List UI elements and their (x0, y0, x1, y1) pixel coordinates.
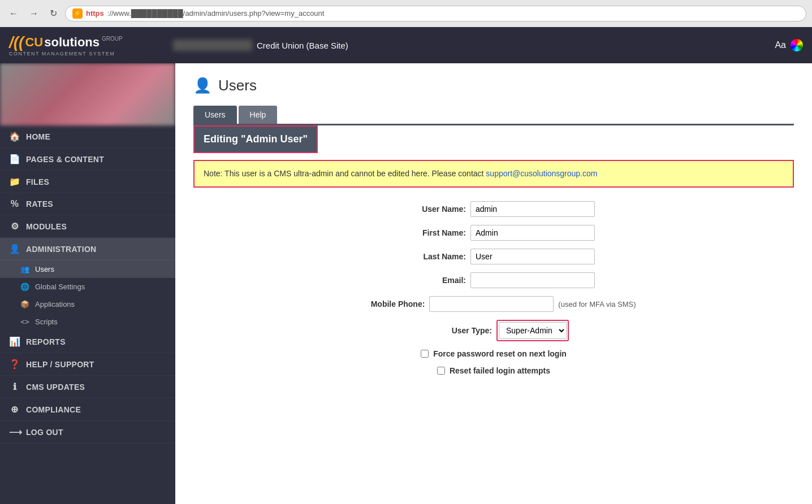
users-title-icon: 👤 (193, 77, 211, 94)
tabs-row: Users Help (193, 106, 794, 124)
sidebar-users-label: Users (35, 265, 54, 273)
mobile-hint: (used for MFA via SMS) (558, 300, 636, 309)
applications-icon: 📦 (20, 300, 29, 309)
logo-group: GROUP (102, 36, 123, 42)
form-row-usertype: User Type: Super-Admin (193, 320, 794, 341)
sidebar-rates-label: RATES (26, 199, 53, 208)
pages-icon: 📄 (9, 154, 20, 164)
logout-icon: ⟶ (9, 427, 20, 437)
sidebar-help-label: HELP / SUPPORT (26, 360, 94, 369)
tab-help[interactable]: Help (239, 106, 278, 124)
main-content: 👤 Users Users Help Editing "Admin User" … (175, 63, 812, 504)
sidebar-admin-label: ADMINISTRATION (26, 245, 97, 254)
form-row-username: User Name: (193, 201, 794, 217)
logo-main: /(( CU solutions GROUP (9, 34, 173, 50)
usertype-select-wrapper: Super-Admin (496, 320, 569, 341)
help-icon: ❓ (9, 359, 20, 370)
logo-solutions: solutions (44, 35, 100, 50)
sidebar-sub-item-scripts[interactable]: <> Scripts (0, 313, 175, 331)
sidebar-global-label: Global Settings (35, 283, 85, 291)
sidebar-files-label: FILES (26, 177, 49, 186)
lastname-input[interactable] (470, 249, 595, 264)
form-row-email: Email: (193, 272, 794, 288)
header-site-name: Credit Union (Base Site) (257, 41, 348, 50)
scripts-icon: <> (20, 318, 29, 326)
browser-chrome: ← → ↻ ⚡ https ://www.██████████/admin/ad… (0, 0, 812, 27)
sidebar-sub-item-applications[interactable]: 📦 Applications (0, 296, 175, 313)
notice-text: Note: This user is a CMS ultra-admin and… (204, 169, 486, 178)
sidebar-item-rates[interactable]: % RATES (0, 193, 175, 215)
email-input[interactable] (470, 272, 595, 288)
sidebar-item-pages[interactable]: 📄 PAGES & CONTENT (0, 148, 175, 171)
modules-icon: ⚙ (9, 221, 20, 232)
home-icon: 🏠 (9, 131, 20, 142)
tab-users[interactable]: Users (193, 106, 237, 124)
cms-updates-icon: ℹ (9, 381, 20, 392)
header-right: Aa (775, 39, 803, 51)
notice-bar: Note: This user is a CMS ultra-admin and… (193, 160, 794, 188)
sidebar-home-label: HOME (26, 132, 50, 141)
username-label: User Name: (392, 205, 466, 214)
form-row-lastname: Last Name: (193, 249, 794, 264)
form-row-force-password: Force password reset on next login (193, 349, 794, 358)
notice-email-link[interactable]: support@cusolutionsgroup.com (486, 169, 597, 178)
globe-icon: 🌐 (20, 283, 29, 291)
mobile-input[interactable] (429, 296, 554, 312)
force-password-label: Force password reset on next login (433, 349, 567, 358)
sidebar-sub-item-global[interactable]: 🌐 Global Settings (0, 278, 175, 296)
reset-failed-label: Reset failed login attempts (450, 366, 550, 375)
sidebar-item-files[interactable]: 📁 FILES (0, 171, 175, 193)
mobile-label: Mobile Phone: (351, 299, 425, 309)
top-header: /(( CU solutions GROUP CONTENT MANAGEMEN… (0, 27, 812, 63)
page-title: Users (218, 77, 257, 94)
usertype-label: User Type: (418, 326, 492, 335)
sidebar-item-help[interactable]: ❓ HELP / SUPPORT (0, 353, 175, 376)
sidebar: 🏠 HOME 📄 PAGES & CONTENT 📁 FILES % RATES… (0, 63, 175, 504)
username-input[interactable] (470, 201, 595, 217)
main-inner: 👤 Users Users Help Editing "Admin User" … (175, 63, 812, 504)
user-form: User Name: First Name: Last Name: (193, 201, 794, 375)
header-site-blur (173, 40, 252, 51)
app-wrapper: /(( CU solutions GROUP CONTENT MANAGEMEN… (0, 27, 812, 504)
sidebar-pages-label: PAGES & CONTENT (26, 155, 104, 164)
users-sub-icon: 👥 (20, 265, 29, 273)
sidebar-sub-item-users[interactable]: 👥 Users (0, 260, 175, 278)
sidebar-item-home[interactable]: 🏠 HOME (0, 125, 175, 148)
sidebar-item-administration[interactable]: 👤 ADMINISTRATION (0, 238, 175, 260)
form-row-reset-failed: Reset failed login attempts (193, 366, 794, 375)
reload-button[interactable]: ↻ (46, 7, 61, 20)
url-secure: https (86, 9, 104, 18)
sidebar-reports-label: REPORTS (26, 337, 66, 346)
color-wheel-icon[interactable] (791, 39, 803, 51)
logo-area: /(( CU solutions GROUP CONTENT MANAGEMEN… (9, 34, 173, 57)
sidebar-item-cms-updates[interactable]: ℹ CMS UPDATES (0, 376, 175, 398)
logo-slash: /(( (9, 34, 24, 50)
logo-subtitle: CONTENT MANAGEMENT SYSTEM (9, 51, 173, 57)
sidebar-modules-label: MODULES (26, 222, 67, 231)
back-button[interactable]: ← (6, 7, 21, 20)
admin-icon: 👤 (9, 244, 20, 254)
firstname-input[interactable] (470, 225, 595, 241)
force-password-checkbox[interactable] (421, 350, 429, 358)
url-bar[interactable]: ⚡ https ://www.██████████/admin/admin/us… (65, 6, 806, 21)
sidebar-cms-label: CMS UPDATES (26, 383, 85, 392)
forward-button[interactable]: → (26, 7, 42, 20)
form-row-mobile: Mobile Phone: (used for MFA via SMS) (193, 296, 794, 312)
sidebar-compliance-label: COMPLIANCE (26, 405, 81, 414)
sidebar-item-logout[interactable]: ⟶ LOG OUT (0, 421, 175, 444)
lastname-label: Last Name: (392, 252, 466, 261)
url-icon: ⚡ (72, 8, 83, 19)
header-site-info: Credit Union (Base Site) (173, 40, 775, 51)
sidebar-item-compliance[interactable]: ⊕ COMPLIANCE (0, 398, 175, 421)
content-area: Editing "Admin User" Note: This user is … (193, 124, 794, 375)
usertype-select[interactable]: Super-Admin (499, 322, 567, 339)
sidebar-item-modules[interactable]: ⚙ MODULES (0, 215, 175, 238)
sidebar-image (0, 63, 175, 125)
rates-icon: % (9, 199, 20, 209)
compliance-icon: ⊕ (9, 404, 20, 415)
sidebar-item-reports[interactable]: 📊 REPORTS (0, 331, 175, 353)
files-icon: 📁 (9, 176, 20, 187)
reset-failed-checkbox[interactable] (437, 367, 445, 375)
page-title-row: 👤 Users (193, 77, 794, 94)
form-row-firstname: First Name: (193, 225, 794, 241)
